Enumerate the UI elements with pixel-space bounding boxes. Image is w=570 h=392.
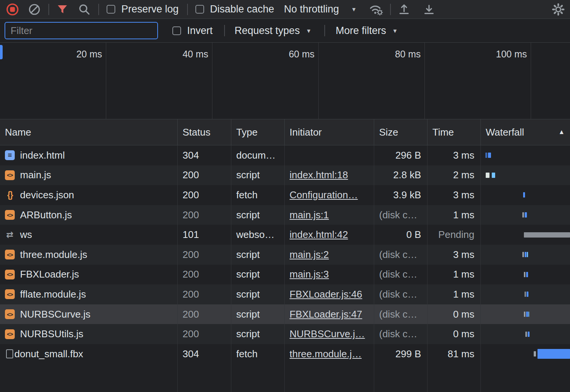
initiator-link[interactable]: index.html:42 (290, 229, 348, 241)
request-name: ARButton.js (20, 209, 72, 221)
throttling-dropdown-arrow-icon[interactable]: ▼ (351, 6, 357, 12)
filter-toggle-button[interactable] (54, 2, 70, 17)
network-toolbar: Preserve log Disable cache No throttling… (0, 0, 570, 19)
waterfall-bar (523, 192, 525, 198)
preserve-log-checkbox[interactable] (107, 5, 115, 14)
request-time: 1 ms (428, 265, 481, 285)
timeline-overview[interactable]: 20 ms40 ms60 ms80 ms100 ms (0, 43, 570, 119)
table-row[interactable]: FBXLoader.js 200 script main.js:3 (disk … (0, 265, 570, 285)
request-type: script (231, 265, 285, 285)
column-header-status[interactable]: Status (178, 119, 231, 145)
request-waterfall (481, 145, 570, 165)
toolbar-divider (187, 4, 188, 15)
initiator-link[interactable]: NURBSCurve.j… (290, 328, 365, 340)
request-status: 200 (178, 185, 231, 205)
empty-cell (428, 364, 481, 392)
column-header-initiator[interactable]: Initiator (285, 119, 374, 145)
initiator-link[interactable]: FBXLoader.js:47 (290, 309, 362, 320)
request-type: script (231, 245, 285, 265)
waterfall-bar (486, 173, 489, 178)
table-row[interactable]: index.html 304 docum… 296 B 3 ms (0, 145, 570, 165)
column-header-name[interactable]: Name (0, 119, 178, 145)
initiator-link[interactable]: main.js:3 (290, 269, 329, 280)
request-name: main.js (20, 169, 51, 181)
table-row[interactable]: NURBSCurve.js 200 script FBXLoader.js:47… (0, 304, 570, 324)
request-type-icon (5, 170, 15, 180)
record-button[interactable] (5, 2, 20, 17)
initiator-link[interactable]: Configuration… (290, 189, 358, 201)
import-har-button[interactable] (396, 2, 412, 17)
more-filters-arrow-icon[interactable]: ▼ (392, 28, 398, 34)
request-types-dropdown[interactable]: Request types (235, 25, 300, 37)
request-initiator: index.html:18 (285, 165, 374, 185)
request-name: three.module.js (20, 249, 87, 261)
waterfall-bar (524, 232, 570, 238)
clear-button[interactable] (26, 2, 42, 17)
sort-ascending-icon: ▲ (558, 128, 565, 136)
request-waterfall (481, 225, 570, 245)
request-name: devices.json (20, 189, 74, 201)
request-type-icon (5, 190, 15, 200)
more-filters-dropdown[interactable]: More filters (336, 25, 386, 37)
gear-icon (551, 3, 565, 16)
waterfall-bar (522, 212, 524, 218)
table-row[interactable]: NURBSUtils.js 200 script NURBSCurve.j… (… (0, 324, 570, 344)
request-initiator: main.js:2 (285, 245, 374, 265)
request-status: 200 (178, 304, 231, 324)
overview-tick-label: 20 ms (0, 43, 106, 119)
request-type: fetch (231, 344, 285, 364)
initiator-link[interactable]: three.module.j… (290, 348, 362, 360)
column-header-time[interactable]: Time (428, 119, 481, 145)
overview-tick-label: 40 ms (106, 43, 212, 119)
export-har-button[interactable] (421, 2, 437, 17)
network-conditions-button[interactable] (368, 2, 384, 17)
filter-input[interactable] (5, 22, 158, 39)
request-waterfall (481, 304, 570, 324)
disable-cache-checkbox[interactable] (195, 5, 204, 14)
waterfall-bar (485, 153, 487, 158)
request-type-icon (5, 230, 15, 240)
filter-bar: Invert Request types ▼ More filters ▼ (0, 19, 570, 43)
table-row[interactable]: fflate.module.js 200 script FBXLoader.js… (0, 284, 570, 304)
initiator-link[interactable]: main.js:1 (290, 209, 329, 221)
column-header-waterfall[interactable]: Waterfall▲ (481, 119, 570, 145)
request-time: 0 ms (428, 304, 481, 324)
waterfall-bar (525, 332, 527, 337)
throttling-select[interactable]: No throttling (284, 3, 339, 15)
request-size: 2.8 kB (374, 165, 428, 185)
overview-tick-label: 100 ms (425, 43, 531, 119)
table-row[interactable]: devices.json 200 fetch Configuration… 3.… (0, 185, 570, 205)
overview-range-handle[interactable] (0, 45, 3, 59)
table-row[interactable]: donut_small.fbx 304 fetch three.module.j… (0, 344, 570, 364)
request-type: fetch (231, 185, 285, 205)
initiator-link[interactable]: main.js:2 (290, 249, 329, 261)
empty-cell (481, 364, 570, 392)
table-row[interactable]: main.js 200 script index.html:18 2.8 kB … (0, 165, 570, 185)
empty-cell (0, 364, 178, 392)
column-header-type[interactable]: Type (231, 119, 285, 145)
clear-icon (28, 3, 41, 16)
table-row[interactable]: ARButton.js 200 script main.js:1 (disk c… (0, 205, 570, 225)
request-waterfall (481, 185, 570, 205)
table-row[interactable]: ws 101 webso… index.html:42 0 B Pending (0, 225, 570, 245)
request-type-icon (5, 289, 15, 299)
request-name: NURBSUtils.js (20, 328, 84, 340)
request-name: index.html (20, 150, 65, 161)
request-waterfall (481, 165, 570, 185)
search-button[interactable] (76, 2, 92, 17)
request-status: 200 (178, 205, 231, 225)
waterfall-bar (526, 272, 528, 277)
waterfall-bar (525, 292, 526, 297)
column-header-size[interactable]: Size (374, 119, 428, 145)
table-row[interactable]: three.module.js 200 script main.js:2 (di… (0, 245, 570, 265)
request-waterfall (481, 284, 570, 304)
settings-button[interactable] (550, 2, 566, 17)
initiator-link[interactable]: index.html:18 (290, 169, 348, 181)
empty-cell (285, 364, 374, 392)
request-type-icon (5, 309, 15, 319)
initiator-link[interactable]: FBXLoader.js:46 (290, 289, 362, 300)
toolbar-divider (98, 4, 99, 15)
request-types-arrow-icon[interactable]: ▼ (306, 28, 311, 34)
filter-bar-divider (324, 25, 325, 36)
invert-checkbox[interactable] (172, 26, 181, 35)
